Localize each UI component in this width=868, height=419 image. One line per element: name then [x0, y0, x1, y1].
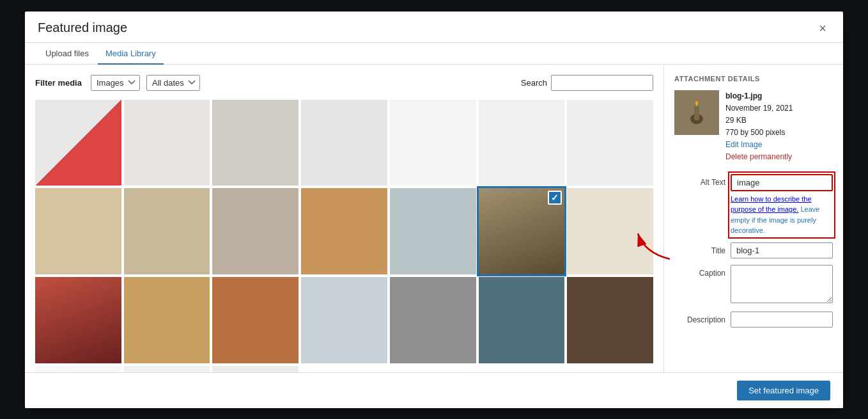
details-panel: ATTACHMENT DETAILS blo	[664, 65, 843, 372]
tab-media-library[interactable]: Media Library	[98, 43, 164, 65]
svg-point-4	[695, 101, 698, 105]
media-item[interactable]	[567, 188, 653, 274]
media-item[interactable]	[567, 100, 653, 186]
modal-overlay: Featured image × Upload files Media Libr…	[0, 0, 868, 419]
search-container: Search	[521, 75, 653, 91]
attachment-thumbnail	[674, 90, 719, 135]
alt-text-input-wrap: Learn how to describe the purpose of the…	[731, 174, 833, 236]
media-item[interactable]	[35, 366, 121, 372]
modal-body: Filter media Images All dates Search	[25, 65, 843, 372]
title-field-row: Title	[674, 242, 833, 258]
media-item[interactable]	[301, 277, 387, 363]
svg-rect-2	[694, 106, 699, 120]
alt-text-hint: Learn how to describe the purpose of the…	[731, 194, 833, 236]
title-label: Title	[674, 242, 725, 255]
media-item[interactable]	[124, 188, 210, 274]
media-grid: ✓	[35, 100, 653, 372]
filter-date-select[interactable]: All dates	[146, 75, 200, 91]
modal-footer: Set featured image	[25, 372, 843, 408]
alt-text-input[interactable]	[731, 174, 833, 191]
media-item[interactable]	[124, 100, 210, 186]
caption-textarea[interactable]	[731, 265, 833, 303]
media-item[interactable]	[124, 277, 210, 363]
description-label: Description	[674, 312, 725, 324]
media-item[interactable]	[212, 100, 298, 186]
media-panel: Filter media Images All dates Search	[25, 65, 664, 372]
filter-media-label: Filter media	[35, 78, 82, 88]
title-input[interactable]	[731, 242, 833, 258]
search-label: Search	[521, 78, 547, 88]
media-item[interactable]	[390, 277, 476, 363]
media-item[interactable]	[212, 277, 298, 363]
description-input-wrap	[731, 312, 833, 328]
modal-header: Featured image ×	[25, 12, 843, 43]
media-item[interactable]: RE-LOA	[212, 366, 298, 372]
media-item[interactable]	[567, 277, 653, 363]
edit-image-link[interactable]: Edit Image	[725, 139, 793, 151]
caption-label: Caption	[674, 265, 725, 278]
media-item[interactable]	[301, 188, 387, 274]
media-item[interactable]	[35, 277, 121, 363]
caption-field-row: Caption	[674, 265, 833, 305]
modal-close-button[interactable]: ×	[815, 20, 830, 36]
media-item[interactable]: RE-LOA	[124, 366, 210, 372]
media-item[interactable]	[479, 100, 565, 186]
media-item-selected[interactable]: ✓	[479, 188, 565, 274]
search-input[interactable]	[551, 75, 653, 91]
set-featured-image-button[interactable]: Set featured image	[737, 381, 830, 400]
filter-type-select[interactable]: Images	[91, 75, 140, 91]
media-item[interactable]	[35, 188, 121, 274]
media-item[interactable]	[479, 277, 565, 363]
description-input[interactable]	[731, 312, 833, 328]
media-item[interactable]	[301, 100, 387, 186]
attachment-details-heading: ATTACHMENT DETAILS	[674, 75, 833, 83]
media-item[interactable]	[35, 100, 121, 186]
attachment-dimensions: 770 by 500 pixels	[725, 127, 793, 139]
alt-text-learn-link[interactable]: Learn how to describe the purpose of the…	[731, 195, 812, 214]
description-field-row: Description	[674, 312, 833, 328]
attachment-date: November 19, 2021	[725, 102, 793, 115]
featured-image-modal: Featured image × Upload files Media Libr…	[25, 12, 843, 408]
selected-check-icon: ✓	[548, 191, 562, 205]
media-item[interactable]	[212, 188, 298, 274]
attachment-filesize: 29 KB	[725, 115, 793, 127]
media-grid-wrapper: ✓	[35, 100, 653, 372]
attachment-info: blog-1.jpg November 19, 2021 29 KB 770 b…	[674, 90, 833, 164]
attachment-filename: blog-1.jpg	[725, 90, 793, 102]
modal-tabs: Upload files Media Library	[25, 43, 843, 65]
media-item[interactable]	[390, 100, 476, 186]
title-input-wrap	[731, 242, 833, 258]
alt-text-field-row: Alt Text Learn how to describe the purpo…	[674, 174, 833, 236]
tab-upload[interactable]: Upload files	[38, 43, 97, 65]
alt-text-label: Alt Text	[674, 174, 725, 187]
media-item[interactable]	[390, 188, 476, 274]
filter-bar: Filter media Images All dates Search	[35, 75, 653, 91]
candle-thumb-icon	[681, 97, 713, 129]
delete-permanently-link[interactable]: Delete permanently	[725, 151, 793, 163]
modal-title: Featured image	[38, 20, 127, 35]
caption-input-wrap	[731, 265, 833, 305]
attachment-meta: blog-1.jpg November 19, 2021 29 KB 770 b…	[725, 90, 793, 164]
